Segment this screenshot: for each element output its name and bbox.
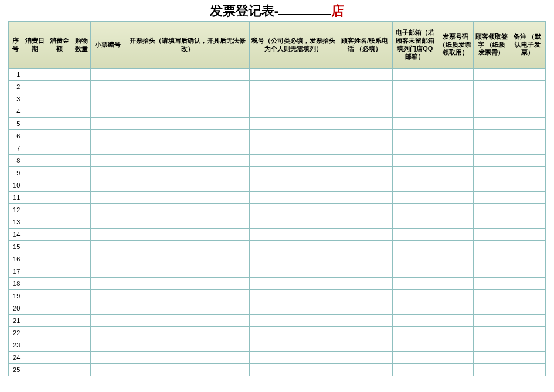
empty-cell	[22, 105, 47, 118]
empty-cell	[250, 204, 337, 216]
empty-cell	[437, 241, 473, 253]
table-row: 7	[9, 142, 546, 155]
empty-cell	[125, 364, 250, 376]
empty-cell	[509, 93, 546, 105]
col-qty: 购物数量	[72, 22, 91, 69]
empty-cell	[125, 339, 250, 352]
empty-cell	[22, 142, 47, 155]
empty-cell	[22, 93, 47, 105]
empty-cell	[90, 241, 125, 253]
empty-cell	[90, 339, 125, 352]
table-row: 4	[9, 105, 546, 118]
table-body: 1234567891011121314151617181920212223242…	[9, 69, 546, 376]
row-number-cell: 12	[9, 204, 22, 216]
empty-cell	[437, 179, 473, 192]
empty-cell	[509, 204, 546, 216]
table-row: 16	[9, 253, 546, 265]
empty-cell	[47, 155, 72, 167]
empty-cell	[47, 167, 72, 179]
empty-cell	[22, 364, 47, 376]
empty-cell	[393, 216, 437, 229]
empty-cell	[250, 105, 337, 118]
empty-cell	[393, 118, 437, 130]
empty-cell	[393, 302, 437, 315]
empty-cell	[337, 93, 392, 105]
col-invoice-no: 发票号码（纸质发票领取用）	[437, 22, 473, 69]
table-row: 14	[9, 229, 546, 241]
row-number-cell: 5	[9, 118, 22, 130]
table-row: 21	[9, 315, 546, 327]
empty-cell	[473, 93, 509, 105]
empty-cell	[90, 130, 125, 142]
empty-cell	[90, 167, 125, 179]
empty-cell	[393, 327, 437, 339]
table-wrapper: 序号 消费日期 消费金额 购物数量 小票编号 开票抬头（请填写后确认，开具后无法…	[0, 21, 554, 384]
empty-cell	[393, 229, 437, 241]
empty-cell	[22, 290, 47, 302]
row-number-cell: 7	[9, 142, 22, 155]
empty-cell	[437, 192, 473, 204]
empty-cell	[250, 364, 337, 376]
row-number-cell: 19	[9, 290, 22, 302]
empty-cell	[125, 278, 250, 290]
empty-cell	[393, 192, 437, 204]
empty-cell	[337, 241, 392, 253]
empty-cell	[437, 105, 473, 118]
empty-cell	[509, 179, 546, 192]
empty-cell	[47, 93, 72, 105]
empty-cell	[393, 93, 437, 105]
empty-cell	[250, 216, 337, 229]
empty-cell	[509, 192, 546, 204]
empty-cell	[437, 229, 473, 241]
empty-cell	[437, 253, 473, 265]
empty-cell	[90, 278, 125, 290]
empty-cell	[337, 278, 392, 290]
empty-cell	[22, 241, 47, 253]
empty-cell	[250, 155, 337, 167]
empty-cell	[125, 229, 250, 241]
empty-cell	[72, 118, 91, 130]
empty-cell	[47, 105, 72, 118]
row-number-cell: 14	[9, 229, 22, 241]
empty-cell	[22, 339, 47, 352]
empty-cell	[47, 229, 72, 241]
empty-cell	[72, 364, 91, 376]
empty-cell	[250, 315, 337, 327]
empty-cell	[125, 290, 250, 302]
row-number-cell: 13	[9, 216, 22, 229]
empty-cell	[125, 302, 250, 315]
empty-cell	[250, 192, 337, 204]
col-note: 备注 （默认电子发票）	[509, 22, 546, 69]
empty-cell	[72, 204, 91, 216]
empty-cell	[90, 93, 125, 105]
table-row: 9	[9, 167, 546, 179]
empty-cell	[473, 339, 509, 352]
empty-cell	[393, 339, 437, 352]
empty-cell	[72, 192, 91, 204]
empty-cell	[473, 192, 509, 204]
empty-cell	[250, 130, 337, 142]
empty-cell	[47, 315, 72, 327]
empty-cell	[47, 241, 72, 253]
row-number-cell: 17	[9, 265, 22, 278]
empty-cell	[250, 327, 337, 339]
empty-cell	[72, 265, 91, 278]
empty-cell	[90, 352, 125, 364]
empty-cell	[22, 167, 47, 179]
empty-cell	[90, 364, 125, 376]
empty-cell	[125, 179, 250, 192]
empty-cell	[509, 327, 546, 339]
empty-cell	[125, 118, 250, 130]
empty-cell	[250, 265, 337, 278]
table-row: 19	[9, 290, 546, 302]
empty-cell	[47, 278, 72, 290]
empty-cell	[90, 105, 125, 118]
title-prefix: 发票登记表-	[210, 4, 278, 18]
empty-cell	[72, 229, 91, 241]
empty-cell	[47, 179, 72, 192]
empty-cell	[337, 192, 392, 204]
empty-cell	[47, 352, 72, 364]
empty-cell	[47, 327, 72, 339]
empty-cell	[473, 253, 509, 265]
empty-cell	[72, 290, 91, 302]
